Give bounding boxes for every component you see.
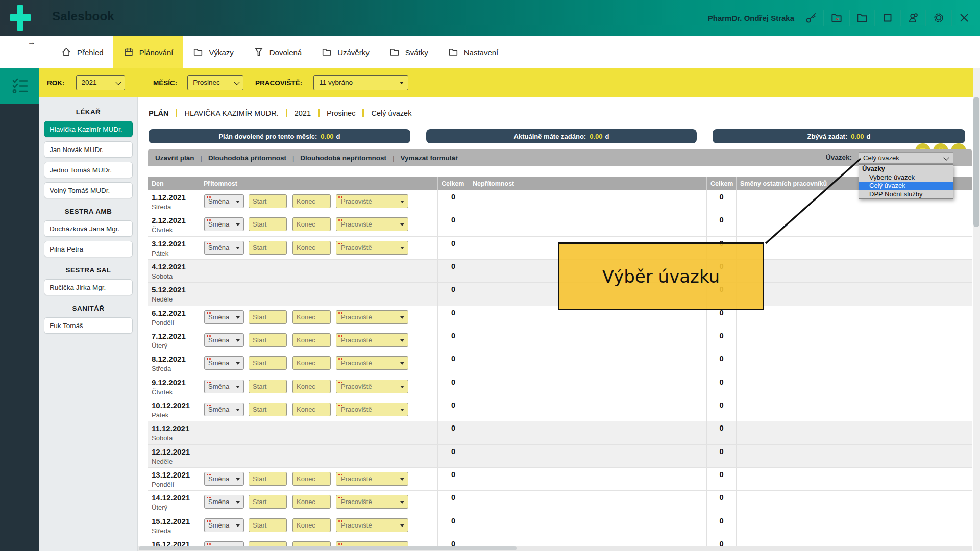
celkem-pritomnost: 0 xyxy=(438,283,469,293)
dropdown-option[interactable]: Celý úvazek xyxy=(859,182,953,190)
pracoviste-select[interactable]: Pracoviště xyxy=(336,356,408,370)
staff-item[interactable]: Volný Tomáš MUDr. xyxy=(44,182,133,198)
staff-item[interactable]: Jan Novák MUDr. xyxy=(44,141,133,158)
filter-select[interactable]: Prosinec xyxy=(187,75,243,90)
konec-input[interactable]: Konec xyxy=(292,403,331,416)
smena-select[interactable]: Směna xyxy=(204,241,244,255)
konec-input[interactable]: Konec xyxy=(292,541,331,546)
pracoviste-select[interactable]: Pracoviště xyxy=(336,541,408,546)
pracoviste-select[interactable]: Pracoviště xyxy=(336,217,408,231)
konec-input[interactable]: Konec xyxy=(292,194,331,208)
pracoviste-select[interactable]: Pracoviště xyxy=(336,380,408,393)
smena-select[interactable]: Směna xyxy=(204,217,244,231)
folder-icon[interactable] xyxy=(855,11,869,24)
start-input[interactable]: Start xyxy=(249,333,287,347)
dropdown-option[interactable]: DPP Noční služby xyxy=(859,190,953,199)
konec-input[interactable]: Konec xyxy=(292,241,331,255)
konec-input[interactable]: Konec xyxy=(292,495,331,509)
smena-select[interactable]: Směna xyxy=(204,380,244,393)
row-weekday: Pátek xyxy=(148,248,200,257)
pracoviste-select[interactable]: Pracoviště xyxy=(336,518,408,532)
start-input[interactable]: Start xyxy=(249,541,287,546)
filter-select[interactable]: 2021 xyxy=(76,75,125,90)
horizontal-scrollbar-thumb[interactable] xyxy=(139,546,517,550)
tab-dovolená[interactable]: Dovolená xyxy=(243,36,311,68)
pracoviste-select[interactable]: Pracoviště xyxy=(336,472,408,486)
start-input[interactable]: Start xyxy=(249,495,287,509)
tab-plánování[interactable]: Plánování xyxy=(113,36,183,68)
vertical-scrollbar-thumb[interactable] xyxy=(973,97,979,227)
toolbar-action[interactable]: Dlouhodobá nepřítomnost xyxy=(300,154,386,162)
filter-select[interactable]: 11 vybráno xyxy=(313,75,408,90)
staff-item[interactable]: Jedno Tomáš MUDr. xyxy=(44,162,133,178)
start-input[interactable]: Start xyxy=(249,194,287,208)
smena-select[interactable]: Směna xyxy=(204,194,244,208)
konec-input[interactable]: Konec xyxy=(292,217,331,231)
start-input[interactable]: Start xyxy=(249,518,287,532)
square-icon[interactable] xyxy=(881,11,894,24)
pracoviste-select[interactable]: Pracoviště xyxy=(336,194,408,208)
smena-select[interactable]: Směna xyxy=(204,541,244,546)
smena-select[interactable]: Směna xyxy=(204,333,244,347)
start-input[interactable]: Start xyxy=(249,310,287,324)
folder-n-icon[interactable]: N xyxy=(830,11,843,24)
pracoviste-select[interactable]: Pracoviště xyxy=(336,310,408,324)
table-cell: 0 xyxy=(438,421,469,444)
pracoviste-select[interactable]: Pracoviště xyxy=(336,495,408,509)
table-cell xyxy=(469,445,707,467)
dropdown-option[interactable]: Vyberte úvazek xyxy=(859,173,953,182)
tab-přehled[interactable]: Přehled xyxy=(51,36,113,68)
toolbar-action[interactable]: Uzavřít plán xyxy=(155,154,194,162)
start-input[interactable]: Start xyxy=(249,241,287,255)
tab-uzávěrky[interactable]: Uzávěrky xyxy=(311,36,379,68)
konec-input[interactable]: Konec xyxy=(292,356,331,370)
celkem-pritomnost: 0 xyxy=(438,237,469,247)
smena-select[interactable]: Směna xyxy=(204,310,244,324)
start-input[interactable]: Start xyxy=(249,380,287,393)
key-icon[interactable] xyxy=(804,11,818,24)
table-cell: 6.12.2021Pondělí xyxy=(148,306,200,329)
konec-input[interactable]: Konec xyxy=(292,310,331,324)
konec-input[interactable]: Konec xyxy=(292,333,331,347)
filter-group: ROK:2021 xyxy=(47,68,125,97)
smena-select[interactable]: Směna xyxy=(204,518,244,532)
close-icon[interactable] xyxy=(958,11,971,24)
tab-svátky[interactable]: Svátky xyxy=(379,36,438,68)
filter-bar: ROK:2021MĚSÍC:ProsinecPRACOVIŠTĚ:11 vybr… xyxy=(0,68,980,97)
toolbar-action[interactable]: Vymazat formulář xyxy=(400,154,458,162)
konec-input[interactable]: Konec xyxy=(292,518,331,532)
staff-list-toggle-button[interactable] xyxy=(0,68,39,104)
staff-item[interactable]: Ručička Jirka Mgr. xyxy=(44,279,133,295)
pracoviste-select[interactable]: Pracoviště xyxy=(336,241,408,255)
tab-výkazy[interactable]: Výkazy xyxy=(183,36,243,68)
staff-item[interactable]: Docházková Jana Mgr. xyxy=(44,220,133,237)
user-icon[interactable] xyxy=(906,11,920,24)
smena-select[interactable]: Směna xyxy=(204,356,244,370)
uvazek-select[interactable]: Celý úvazek xyxy=(859,152,953,164)
stat-value: 0.00 xyxy=(590,133,602,140)
smena-select[interactable]: Směna xyxy=(204,495,244,509)
pracoviste-select[interactable]: Pracoviště xyxy=(336,333,408,347)
row-weekday: Neděle xyxy=(148,456,200,465)
staff-item[interactable]: Fuk Tomáš xyxy=(44,317,133,334)
table-cell: 15.12.2021Středa xyxy=(148,514,200,537)
table-cell xyxy=(469,352,707,374)
staff-item[interactable]: Pilná Petra xyxy=(44,241,133,257)
tab-nastavení[interactable]: Nastavení xyxy=(438,36,508,68)
smena-select[interactable]: Směna xyxy=(204,472,244,486)
start-input[interactable]: Start xyxy=(249,403,287,416)
celkem-nepritomnost: 0 xyxy=(707,213,736,224)
smena-select[interactable]: Směna xyxy=(204,403,244,416)
konec-input[interactable]: Konec xyxy=(292,472,331,486)
konec-input[interactable]: Konec xyxy=(292,380,331,393)
staff-item[interactable]: Hlavička Kazimír MUDr. xyxy=(44,121,133,137)
start-input[interactable]: Start xyxy=(249,472,287,486)
row-weekday: Středa xyxy=(148,363,200,372)
table-row: 1.12.2021StředaSměnaStartKonecPracoviště… xyxy=(148,190,972,213)
pracoviste-select[interactable]: Pracoviště xyxy=(336,403,408,416)
toolbar-action[interactable]: Dlouhodobá přítomnost xyxy=(208,154,286,162)
start-input[interactable]: Start xyxy=(249,217,287,231)
start-input[interactable]: Start xyxy=(249,356,287,370)
gear-icon[interactable] xyxy=(932,11,945,24)
nav-collapse-arrow-icon[interactable]: → xyxy=(28,38,36,47)
